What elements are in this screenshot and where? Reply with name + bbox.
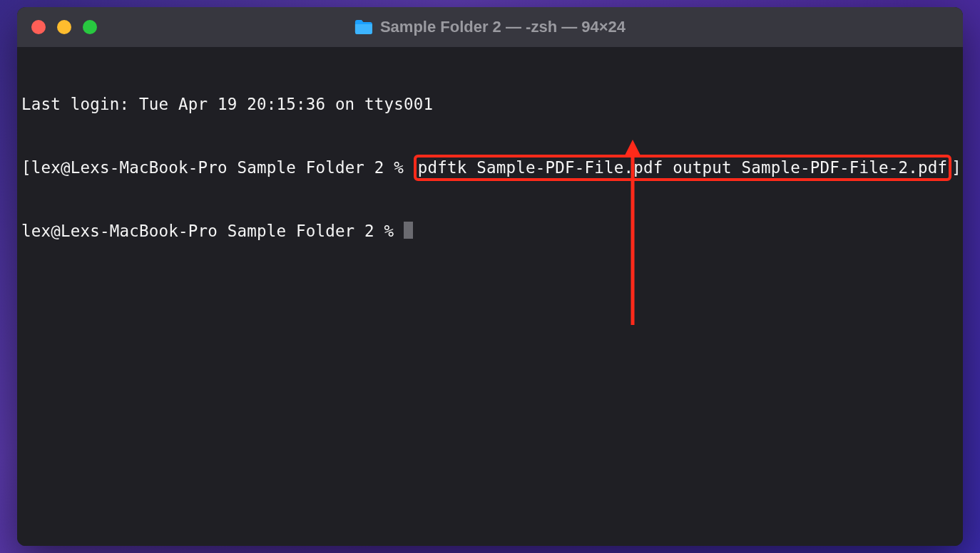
- prompt-text: lex@Lexs-MacBook-Pro Sample Folder 2 %: [31, 158, 414, 177]
- bracket-open: [: [21, 158, 31, 177]
- traffic-lights: [17, 20, 97, 34]
- window-title-text: Sample Folder 2 — -zsh — 94×24: [380, 18, 626, 36]
- window-title: Sample Folder 2 — -zsh — 94×24: [354, 18, 626, 36]
- prompt-text: lex@Lexs-MacBook-Pro Sample Folder 2 %: [21, 222, 404, 240]
- terminal-window: Sample Folder 2 — -zsh — 94×24 Last logi…: [17, 7, 963, 546]
- command-highlight-annotation: pdftk Sample-PDF-File.pdf output Sample-…: [414, 155, 951, 181]
- terminal-cursor: [404, 222, 413, 239]
- titlebar[interactable]: Sample Folder 2 — -zsh — 94×24: [17, 7, 963, 47]
- command-text: pdftk Sample-PDF-File.pdf output Sample-…: [418, 158, 947, 177]
- terminal-line-current-prompt: lex@Lexs-MacBook-Pro Sample Folder 2 %: [21, 221, 959, 242]
- folder-icon: [354, 19, 373, 35]
- terminal-line-last-login: Last login: Tue Apr 19 20:15:36 on ttys0…: [21, 94, 959, 115]
- terminal-line-command: [lex@Lexs-MacBook-Pro Sample Folder 2 % …: [21, 156, 959, 180]
- terminal-body[interactable]: Last login: Tue Apr 19 20:15:36 on ttys0…: [17, 47, 963, 546]
- bracket-close: ]: [951, 158, 961, 177]
- fullscreen-button[interactable]: [83, 20, 97, 34]
- minimize-button[interactable]: [57, 20, 71, 34]
- close-button[interactable]: [31, 20, 46, 34]
